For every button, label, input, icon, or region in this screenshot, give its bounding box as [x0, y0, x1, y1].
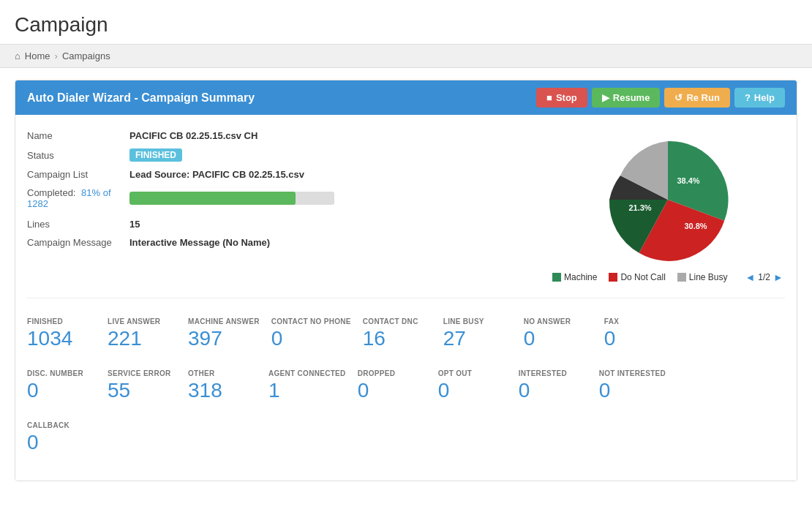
stat-value: 0 — [604, 328, 673, 349]
stat-value: 55 — [108, 380, 176, 401]
stat-item: DROPPED 0 — [358, 365, 438, 405]
name-value: PACIFIC CB 02.25.15.csv CH — [129, 127, 551, 145]
list-value: Lead Source: PACIFIC CB 02.25.15.csv — [129, 165, 551, 184]
pie-label-darkgreen: 21.3% — [628, 203, 651, 212]
stat-item: LIVE ANSWER 221 — [108, 313, 188, 353]
stat-label: SERVICE ERROR — [108, 369, 176, 377]
stat-value: 0 — [271, 328, 351, 349]
stat-item: OTHER 318 — [188, 365, 268, 405]
home-icon: ⌂ — [15, 50, 20, 61]
help-icon: ? — [745, 92, 751, 103]
stat-label: NO ANSWER — [524, 317, 593, 325]
stat-value: 318 — [188, 380, 257, 401]
stop-button[interactable]: ■ Stop — [536, 88, 587, 108]
legend-dnc-dot — [609, 273, 617, 282]
stat-item: LINE BUSY 27 — [443, 313, 524, 353]
stat-label: FINISHED — [27, 317, 96, 325]
stat-label: DROPPED — [358, 369, 426, 377]
rerun-button[interactable]: ↺ Re Run — [664, 88, 730, 108]
card-header-title: Auto Dialer Wizard - Campaign Summary — [27, 91, 255, 105]
stat-label: LIVE ANSWER — [108, 317, 176, 325]
pie-label-green: 38.4% — [677, 176, 699, 185]
stat-value: 0 — [599, 380, 668, 401]
stat-value: 397 — [188, 328, 260, 349]
legend-linebusy-label: Line Busy — [689, 272, 728, 282]
card-body: Name PACIFIC CB 02.25.15.csv CH Status F… — [15, 115, 797, 481]
breadcrumb-home[interactable]: Home — [25, 50, 50, 61]
card-header: Auto Dialer Wizard - Campaign Summary ■ … — [15, 80, 797, 115]
completed-label: Completed: 81% of 1282 — [27, 184, 129, 213]
list-label: Campaign List — [27, 165, 129, 184]
legend-machine: Machine — [552, 272, 597, 282]
prev-page-arrow[interactable]: ◄ — [745, 271, 756, 283]
stat-value: 221 — [108, 328, 176, 349]
stat-item: MACHINE ANSWER 397 — [188, 313, 271, 353]
stat-value: 0 — [27, 380, 96, 401]
stat-label: CALLBACK — [27, 421, 96, 429]
stat-value: 27 — [443, 328, 512, 349]
stat-label: MACHINE ANSWER — [188, 317, 260, 325]
breadcrumb-current: Campaigns — [62, 50, 110, 61]
stat-item: CALLBACK 0 — [27, 417, 108, 457]
stat-item: CONTACT DNC 16 — [363, 313, 443, 353]
message-label: Campaign Message — [27, 233, 129, 252]
legend-linebusy-dot — [677, 273, 686, 282]
list-row: Campaign List Lead Source: PACIFIC CB 02… — [27, 165, 551, 184]
stat-value: 0 — [358, 380, 426, 401]
legend-machine-dot — [552, 273, 561, 282]
status-row: Status FINISHED — [27, 145, 551, 165]
chart-area: 38.4% 30.8% 21.3% Machine Do Not C — [551, 127, 785, 283]
progress-bar-fill — [129, 192, 296, 205]
stat-label: OTHER — [188, 369, 257, 377]
pie-chart: 38.4% 30.8% 21.3% — [602, 134, 734, 266]
stat-label: CONTACT NO PHONE — [271, 317, 351, 325]
resume-button[interactable]: ▶ Resume — [592, 88, 661, 108]
completed-row: Completed: 81% of 1282 — [27, 184, 551, 213]
stat-value: 16 — [363, 328, 432, 349]
lines-row: Lines 15 — [27, 213, 551, 233]
stat-value: 1034 — [27, 328, 96, 349]
page-title: Campaign — [0, 0, 812, 44]
stat-label: CONTACT DNC — [363, 317, 432, 325]
status-badge: FINISHED — [129, 148, 182, 162]
header-buttons: ■ Stop ▶ Resume ↺ Re Run ? Help — [536, 88, 785, 108]
stat-value: 0 — [519, 380, 587, 401]
progress-bar — [129, 192, 334, 205]
breadcrumb: ⌂ Home › Campaigns — [0, 44, 812, 68]
stat-value: 0 — [27, 432, 96, 453]
stat-item: CONTACT NO PHONE 0 — [271, 313, 363, 353]
status-label: Status — [27, 145, 129, 165]
stat-label: FAX — [604, 317, 673, 325]
pie-label-red: 30.8% — [684, 222, 707, 230]
next-page-arrow[interactable]: ► — [773, 271, 783, 283]
stat-label: OPT OUT — [438, 369, 507, 377]
lines-label: Lines — [27, 213, 129, 233]
stat-label: INTERESTED — [519, 369, 587, 377]
chart-legend: Machine Do Not Call Line Busy — [552, 271, 783, 283]
stat-item: FINISHED 1034 — [27, 313, 108, 353]
legend-dnc: Do Not Call — [609, 272, 665, 282]
stats-row-2: DISC. NUMBER 0 SERVICE ERROR 55 OTHER 31… — [27, 365, 785, 405]
stat-label: NOT INTERESTED — [599, 369, 668, 377]
stats-row-3: CALLBACK 0 — [27, 417, 785, 457]
stats-row-1: FINISHED 1034 LIVE ANSWER 221 MACHINE AN… — [27, 313, 785, 353]
rerun-icon: ↺ — [674, 92, 683, 103]
stat-item: OPT OUT 0 — [438, 365, 519, 405]
stat-item: INTERESTED 0 — [519, 365, 599, 405]
message-row: Campaign Message Interactive Message (No… — [27, 233, 551, 252]
stat-item: DISC. NUMBER 0 — [27, 365, 108, 405]
stat-value: 1 — [268, 380, 346, 401]
stat-value: 0 — [438, 380, 507, 401]
lines-value: 15 — [129, 213, 551, 233]
legend-machine-label: Machine — [564, 272, 597, 282]
breadcrumb-separator: › — [55, 50, 58, 61]
help-button[interactable]: ? Help — [734, 88, 785, 108]
stat-value: 0 — [524, 328, 593, 349]
legend-linebusy: Line Busy — [677, 272, 728, 282]
pagination-text: 1/2 — [758, 272, 770, 282]
stat-item: FAX 0 — [604, 313, 685, 353]
stat-label: LINE BUSY — [443, 317, 512, 325]
campaign-card: Auto Dialer Wizard - Campaign Summary ■ … — [15, 80, 797, 481]
message-value: Interactive Message (No Name) — [129, 233, 551, 252]
stop-icon: ■ — [546, 92, 552, 103]
